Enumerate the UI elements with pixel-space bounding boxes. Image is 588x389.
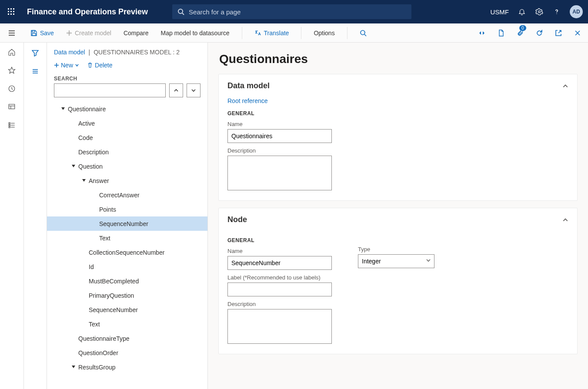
tree-node-label: Question	[78, 163, 103, 170]
tree-node[interactable]: Text	[47, 231, 207, 245]
tree-node[interactable]: Active	[47, 116, 207, 130]
clock-icon[interactable]	[7, 84, 16, 93]
avatar[interactable]: AD	[570, 5, 583, 18]
create-model-label: Create model	[75, 30, 111, 37]
svg-rect-3	[8, 11, 9, 12]
search-down-button[interactable]	[187, 83, 200, 97]
desc-input-2[interactable]	[227, 309, 332, 344]
caret-icon[interactable]	[70, 366, 77, 369]
svg-line-10	[182, 13, 184, 15]
modules-icon[interactable]	[7, 121, 16, 130]
svg-rect-6	[8, 13, 9, 15]
name-label-2: Name	[227, 248, 332, 254]
global-search-input[interactable]	[188, 8, 406, 16]
tree-node[interactable]: QuestionOrder	[47, 346, 207, 360]
tree-node-label: MustBeCompleted	[89, 278, 139, 285]
tree-node[interactable]: SequenceNumber	[47, 216, 207, 231]
name-input-2[interactable]	[227, 256, 332, 270]
search-icon	[177, 8, 184, 15]
tree-node[interactable]: Answer	[47, 173, 207, 188]
type-input[interactable]	[358, 254, 434, 268]
app-header: Finance and Operations Preview USMF AD	[0, 0, 588, 23]
svg-rect-16	[32, 30, 35, 32]
svg-marker-44	[82, 179, 86, 182]
search-up-button[interactable]	[169, 83, 183, 97]
expand-icon[interactable]	[477, 28, 487, 38]
svg-line-21	[364, 34, 366, 36]
tree-node[interactable]: SequenceNumber	[47, 303, 207, 317]
desc-input-1[interactable]	[227, 156, 332, 190]
popout-icon[interactable]	[553, 28, 564, 38]
find-icon[interactable]	[358, 28, 368, 38]
tree-node[interactable]: Description	[47, 145, 207, 159]
refresh-icon[interactable]	[534, 28, 545, 38]
help-icon[interactable]	[552, 7, 561, 16]
name-input-1[interactable]	[227, 129, 332, 143]
filter-icon[interactable]	[31, 49, 40, 57]
general-label-1: GENERAL	[227, 110, 568, 116]
tree-node[interactable]: CorrectAnswer	[47, 188, 207, 202]
star-icon[interactable]	[7, 66, 16, 75]
label-input[interactable]	[227, 283, 332, 296]
save-button[interactable]: Save	[29, 28, 56, 38]
list-icon[interactable]	[31, 67, 40, 76]
card-node-header[interactable]: Node	[219, 208, 577, 231]
root-reference-link[interactable]: Root reference	[227, 97, 568, 104]
svg-rect-35	[9, 126, 10, 128]
card-data-model-header[interactable]: Data model	[219, 74, 577, 97]
home-icon[interactable]	[7, 48, 16, 57]
bell-icon[interactable]	[518, 7, 526, 16]
document-icon[interactable]	[496, 28, 506, 38]
tree-node[interactable]: Questionnaire	[47, 102, 207, 116]
attach-icon[interactable]: 0	[515, 28, 525, 38]
hamburger-icon[interactable]	[8, 29, 16, 37]
tree-node[interactable]: Id	[47, 259, 207, 274]
breadcrumb-link[interactable]: Data model	[54, 49, 85, 56]
tree-node-label: Answer	[89, 177, 109, 184]
svg-marker-23	[483, 31, 484, 35]
svg-rect-4	[10, 11, 12, 12]
tree-node[interactable]: CollectionSequenceNumber	[47, 245, 207, 259]
tree-node[interactable]: Points	[47, 202, 207, 216]
compare-button[interactable]: Compare	[122, 28, 150, 38]
new-button[interactable]: New	[54, 62, 79, 69]
svg-rect-2	[13, 8, 14, 10]
global-search[interactable]	[172, 4, 411, 19]
caret-icon[interactable]	[70, 165, 77, 168]
svg-marker-26	[9, 67, 15, 73]
translate-button[interactable]: Translate	[253, 28, 291, 38]
svg-rect-1	[10, 8, 12, 10]
workspace-icon[interactable]	[7, 103, 16, 111]
tree-search-input[interactable]	[54, 83, 166, 97]
tree-node[interactable]: Text	[47, 317, 207, 331]
company-picker[interactable]: USMF	[491, 8, 509, 16]
tree-node-label: CorrectAnswer	[99, 192, 140, 199]
svg-rect-28	[9, 104, 15, 109]
close-icon[interactable]	[572, 28, 583, 38]
waffle-icon[interactable]	[5, 6, 17, 18]
tree-panel: Data model | QUESTIONNAIRES MODEL : 2 Ne…	[47, 43, 208, 389]
delete-button[interactable]: Delete	[87, 62, 112, 69]
save-label: Save	[40, 30, 54, 37]
app-title: Finance and Operations Preview	[27, 7, 148, 17]
tree-view[interactable]: QuestionnaireActiveCodeDescriptionQuesti…	[47, 102, 207, 389]
caret-icon[interactable]	[60, 107, 66, 111]
tree-node[interactable]: Code	[47, 130, 207, 145]
chevron-up-icon	[562, 217, 568, 223]
gear-icon[interactable]	[535, 7, 544, 16]
tree-node[interactable]: PrimaryQuestion	[47, 288, 207, 303]
breadcrumb: Data model | QUESTIONNAIRES MODEL : 2	[47, 43, 207, 59]
create-model-button[interactable]: Create model	[64, 28, 113, 38]
tree-node[interactable]: MustBeCompleted	[47, 274, 207, 288]
caret-icon[interactable]	[81, 179, 87, 183]
tree-node[interactable]: ResultsGroup	[47, 360, 207, 374]
tree-node[interactable]: QuestionnaireType	[47, 331, 207, 346]
type-select[interactable]	[358, 254, 434, 268]
tree-node-label: Id	[89, 263, 94, 270]
svg-rect-8	[13, 13, 14, 15]
left-nav	[0, 43, 23, 389]
options-button[interactable]: Options	[312, 28, 336, 38]
tree-node[interactable]: Question	[47, 159, 207, 173]
tree-node-label: SequenceNumber	[89, 306, 138, 313]
map-model-button[interactable]: Map model to datasource	[159, 28, 231, 38]
